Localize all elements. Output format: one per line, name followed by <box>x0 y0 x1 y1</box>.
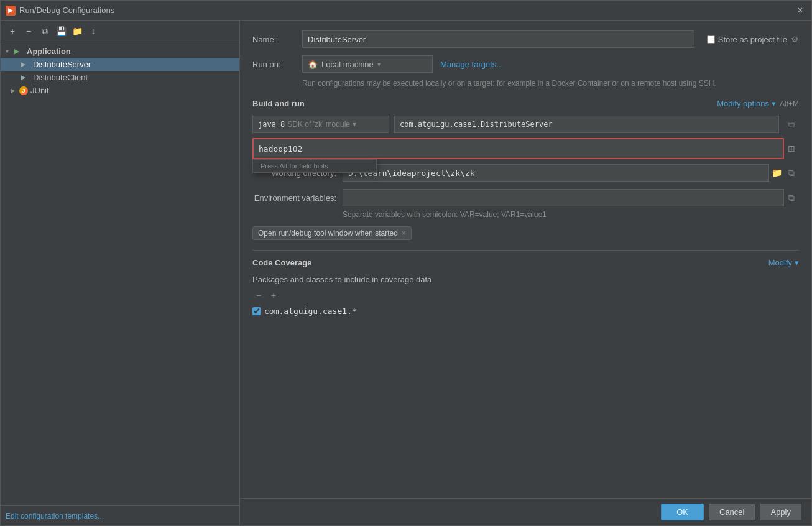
chevron-down-icon: ▾ <box>772 99 776 108</box>
sdk-dropdown-arrow-icon: ▾ <box>353 120 356 129</box>
alt-m-shortcut: Alt+M <box>780 99 799 108</box>
code-coverage-title: Code Coverage <box>252 258 311 267</box>
coverage-header: Code Coverage Modify ▾ <box>252 258 799 267</box>
manage-targets-link[interactable]: Manage targets... <box>440 60 503 69</box>
bottom-bar: OK Cancel Apply <box>240 498 811 525</box>
remove-coverage-button[interactable]: − <box>252 289 265 302</box>
store-as-project-checkbox[interactable] <box>707 35 715 44</box>
tag-close-button[interactable]: × <box>402 229 406 238</box>
coverage-chevron-icon: ▾ <box>795 258 799 267</box>
copy-env-vars-button[interactable]: ⧉ <box>784 189 799 206</box>
coverage-item-label: com.atguigu.case1.* <box>264 307 357 316</box>
copy-config-button[interactable]: ⧉ <box>38 24 52 38</box>
local-machine-select[interactable]: 🏠 Local machine ▾ <box>302 55 433 73</box>
build-run-header: Build and run Modify options ▾ Alt+M <box>252 99 799 108</box>
sdk-java-label: java 8 <box>258 120 285 129</box>
dropdown-arrow-icon: ▾ <box>377 61 381 68</box>
autocomplete-hint: Press Alt for field hints <box>253 160 376 172</box>
config-icon-server: ▶ <box>21 60 30 69</box>
config-icon-client: ▶ <box>21 73 30 82</box>
name-label: Name: <box>252 35 302 44</box>
build-run-title: Build and run <box>252 99 305 108</box>
dialog-title: Run/Debug Configurations <box>19 6 794 15</box>
store-label: Store as project file <box>718 35 787 44</box>
junit-group-label: JUnit <box>30 86 49 95</box>
coverage-modify-label: Modify <box>768 258 792 267</box>
tag-row: Open run/debug tool window when started … <box>252 226 799 240</box>
copy-main-class-button[interactable]: ⧉ <box>784 116 799 133</box>
add-coverage-button[interactable]: + <box>267 289 280 302</box>
env-variables-hint: Separate variables with semicolon: VAR=v… <box>252 210 799 219</box>
working-directory-input[interactable] <box>343 164 769 182</box>
copy-working-dir-button[interactable]: ⧉ <box>784 164 799 182</box>
local-machine-icon: 🏠 <box>308 60 318 69</box>
main-content: + − ⧉ 💾 📁 ↕ ▾ ▶ Application ▶ Distribute… <box>1 21 811 525</box>
modify-options-label: Modify options <box>717 99 769 108</box>
tree-item-label-server: DistributeServer <box>33 60 91 69</box>
modify-options-link[interactable]: Modify options ▾ <box>717 99 776 108</box>
title-bar: ▶ Run/Debug Configurations × <box>1 1 811 21</box>
application-group-icon: ▶ <box>14 47 24 56</box>
close-button[interactable]: × <box>794 4 806 17</box>
coverage-modify-link[interactable]: Modify ▾ <box>768 258 799 267</box>
sdk-select[interactable]: java 8 SDK of 'zk' module ▾ <box>252 116 389 133</box>
coverage-item-checkbox[interactable] <box>252 307 261 315</box>
run-debug-dialog: ▶ Run/Debug Configurations × + − ⧉ 💾 📁 ↕… <box>0 0 812 526</box>
tree-item-distribute-server[interactable]: ▶ DistributeServer <box>1 58 239 71</box>
app-icon: ▶ <box>6 6 16 16</box>
run-on-label: Run on: <box>252 60 302 69</box>
store-checkbox-area: Store as project file ⚙ <box>707 34 799 44</box>
program-args-input[interactable] <box>252 138 784 159</box>
modify-options-area: Modify options ▾ Alt+M <box>717 99 799 108</box>
expand-args-button[interactable]: ⊞ <box>784 140 799 157</box>
edit-templates-link[interactable]: Edit configuration templates... <box>6 512 104 520</box>
cancel-button[interactable]: Cancel <box>709 504 755 520</box>
program-args-row: ⊞ Press Alt for field hints <box>252 138 799 159</box>
toolbar: + − ⧉ 💾 📁 ↕ <box>1 21 239 42</box>
env-variables-input[interactable] <box>343 189 784 206</box>
tree-item-distribute-client[interactable]: ▶ DistributeClient <box>1 71 239 84</box>
junit-arrow-icon: ▶ <box>11 87 19 94</box>
sort-config-button[interactable]: ↕ <box>86 24 100 38</box>
tag-label: Open run/debug tool window when started <box>258 229 398 238</box>
main-class-input[interactable] <box>394 116 779 133</box>
edit-templates-link-container: Edit configuration templates... <box>1 505 239 525</box>
junit-icon: J <box>19 86 28 95</box>
coverage-item: com.atguigu.case1.* <box>252 305 799 317</box>
left-panel: + − ⧉ 💾 📁 ↕ ▾ ▶ Application ▶ Distribute… <box>1 21 240 525</box>
autocomplete-dropdown: Press Alt for field hints <box>252 159 377 173</box>
tree-item-label-client: DistributeClient <box>33 73 88 82</box>
run-on-row: Run on: 🏠 Local machine ▾ Manage targets… <box>252 55 799 73</box>
coverage-description: Packages and classes to include in cover… <box>252 275 799 284</box>
gear-icon[interactable]: ⚙ <box>791 34 799 44</box>
application-group-label: Application <box>27 47 71 56</box>
right-panel: Name: Store as project file ⚙ Run on: 🏠 … <box>240 21 811 525</box>
section-divider <box>252 250 799 251</box>
config-tree: ▾ ▶ Application ▶ DistributeServer ▶ Dis… <box>1 42 239 505</box>
ok-button[interactable]: OK <box>661 504 704 520</box>
add-config-button[interactable]: + <box>6 24 19 38</box>
coverage-toolbar: − + <box>252 289 799 302</box>
remove-config-button[interactable]: − <box>22 24 35 38</box>
folder-config-button[interactable]: 📁 <box>70 24 84 38</box>
local-machine-label: Local machine <box>321 60 374 69</box>
form-content: Name: Store as project file ⚙ Run on: 🏠 … <box>240 21 811 498</box>
sdk-main-class-row: java 8 SDK of 'zk' module ▾ ⧉ <box>252 116 799 133</box>
apply-button[interactable]: Apply <box>760 504 801 520</box>
name-row: Name: Store as project file ⚙ <box>252 30 799 48</box>
application-group[interactable]: ▾ ▶ Application <box>1 45 239 58</box>
run-on-description: Run configurations may be executed local… <box>252 78 799 89</box>
junit-group[interactable]: ▶ J JUnit <box>1 84 239 97</box>
env-variables-row: Environment variables: ⧉ <box>252 189 799 206</box>
env-variables-label: Environment variables: <box>252 193 343 203</box>
browse-working-dir-button[interactable]: 📁 <box>769 164 784 182</box>
sdk-hint: SDK of 'zk' module <box>287 120 350 129</box>
save-config-button[interactable]: 💾 <box>54 24 68 38</box>
name-input[interactable] <box>302 30 694 48</box>
group-arrow-icon: ▾ <box>6 48 14 55</box>
run-debug-tool-window-tag: Open run/debug tool window when started … <box>252 226 412 240</box>
